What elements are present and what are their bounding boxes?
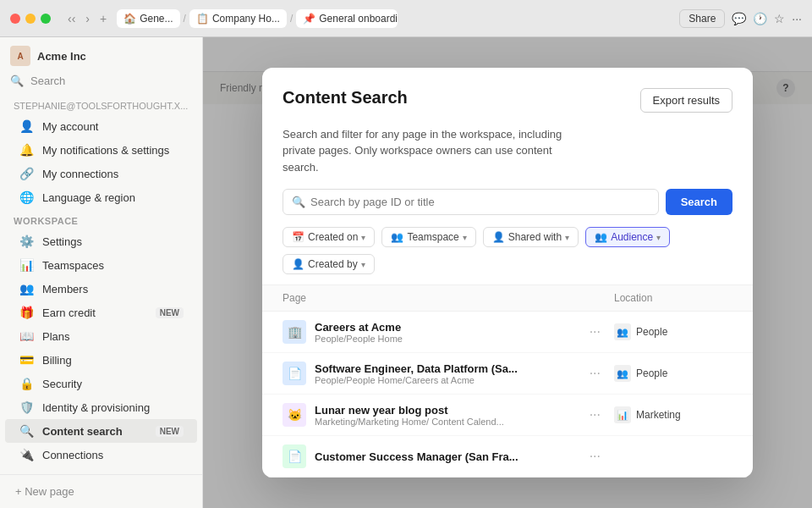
window-chrome: ‹‹ › + 🏠 Gene... / 📋 Company Ho... / 📌 G… bbox=[0, 0, 812, 37]
sidebar-item-settings[interactable]: ⚙️ Settings bbox=[5, 229, 197, 253]
sidebar-top: A Acme Inc bbox=[0, 37, 202, 71]
filter-teamspace-label: Teamspace bbox=[407, 231, 458, 243]
table-row[interactable]: 📄 Customer Success Manager (San Fra... ·… bbox=[262, 436, 753, 478]
tab-2[interactable]: 📋 Company Ho... bbox=[189, 9, 287, 28]
result-location-0: 👥 People bbox=[614, 323, 732, 340]
earn-credit-icon: 🎁 bbox=[19, 306, 34, 319]
star-button[interactable]: ☆ bbox=[774, 9, 785, 28]
tab-3[interactable]: 📌 General onboardi... bbox=[296, 9, 398, 28]
members-label: Members bbox=[42, 283, 184, 295]
sidebar-search-row[interactable]: 🔍 Search bbox=[0, 71, 202, 91]
back-button[interactable]: ‹‹ bbox=[64, 10, 79, 27]
tab-3-icon: 📌 bbox=[303, 13, 315, 25]
user-email: STEPHANIE@TOOLSFORTHOUGHT.X... bbox=[0, 94, 202, 114]
my-account-label: My account bbox=[42, 120, 184, 133]
filter-created-on-icon: 📅 bbox=[292, 231, 304, 243]
identity-icon: 🛡️ bbox=[19, 400, 34, 414]
filter-shared-with[interactable]: 👤 Shared with ▾ bbox=[483, 227, 579, 247]
col-page-header: Page bbox=[283, 292, 614, 304]
results-table: Page Location 🏢 Careers at Acme People/P… bbox=[262, 284, 753, 478]
forward-button[interactable]: › bbox=[82, 10, 93, 27]
sidebar-item-plans[interactable]: 📖 Plans bbox=[5, 324, 197, 348]
sidebar-bottom: + New page bbox=[0, 474, 202, 508]
filter-created-on[interactable]: 📅 Created on ▾ bbox=[283, 227, 375, 247]
sidebar-item-teamspaces[interactable]: 📊 Teamspaces bbox=[5, 253, 197, 277]
result-location-1: 👥 People bbox=[614, 365, 732, 382]
add-tab-button[interactable]: + bbox=[96, 10, 110, 27]
more-options-1[interactable]: ··· bbox=[584, 364, 606, 383]
sidebar-item-my-account[interactable]: 👤 My account bbox=[5, 114, 197, 138]
sidebar-item-connections[interactable]: 🔗 My connections bbox=[5, 162, 197, 185]
sidebar-item-security[interactable]: 🔒 Security bbox=[5, 372, 197, 395]
result-icon-3: 📄 bbox=[283, 444, 306, 468]
connections-label: My connections bbox=[42, 168, 184, 180]
tab-1[interactable]: 🏠 Gene... bbox=[117, 9, 179, 28]
search-go-button[interactable]: Search bbox=[666, 189, 732, 215]
loc-icon-0: 👥 bbox=[614, 323, 631, 340]
more-options-2[interactable]: ··· bbox=[584, 406, 606, 424]
workspace-icon: A bbox=[10, 46, 30, 66]
filter-teamspace[interactable]: 👥 Teamspace ▾ bbox=[381, 227, 475, 247]
result-info-0: Careers at Acme People/People Home bbox=[315, 321, 576, 344]
share-button[interactable]: Share bbox=[679, 9, 725, 28]
col-location-header: Location bbox=[614, 292, 732, 304]
table-row[interactable]: 🐱 Lunar new year blog post Marketing/Mar… bbox=[262, 395, 753, 436]
my-account-icon: 👤 bbox=[19, 119, 34, 133]
result-info-3: Customer Success Manager (San Fra... bbox=[315, 450, 576, 463]
security-label: Security bbox=[42, 378, 184, 390]
chevron-down-created-by-icon: ▾ bbox=[361, 260, 365, 269]
result-path-0: People/People Home bbox=[315, 334, 576, 344]
settings-icon: ⚙️ bbox=[19, 235, 34, 248]
sidebar-item-billing[interactable]: 💳 Billing bbox=[5, 348, 197, 372]
comment-button[interactable]: 💬 bbox=[732, 9, 746, 28]
sidebar-item-members[interactable]: 👥 Members bbox=[5, 277, 197, 301]
result-path-1: People/People Home/Careers at Acme bbox=[315, 375, 576, 385]
tab-2-label: Company Ho... bbox=[212, 13, 280, 25]
filter-created-by[interactable]: 👤 Created by ▾ bbox=[283, 254, 375, 274]
sidebar-item-connections-ws[interactable]: 🔌 Connections bbox=[5, 443, 197, 467]
more-options-0[interactable]: ··· bbox=[584, 323, 606, 341]
nav-buttons: ‹‹ › + bbox=[64, 10, 110, 27]
content-search-icon: 🔍 bbox=[19, 424, 34, 438]
tab-1-label: Gene... bbox=[140, 13, 173, 25]
export-results-button[interactable]: Export results bbox=[640, 88, 732, 113]
window-actions: Share 💬 🕐 ☆ ··· bbox=[679, 9, 802, 28]
sidebar-item-language[interactable]: 🌐 Language & region bbox=[5, 185, 197, 209]
close-button[interactable] bbox=[10, 14, 20, 24]
filter-created-on-label: Created on bbox=[308, 231, 358, 243]
tab-2-icon: 📋 bbox=[196, 13, 209, 25]
sidebar-item-identity[interactable]: 🛡️ Identity & provisioning bbox=[5, 395, 197, 419]
result-title-2: Lunar new year blog post bbox=[315, 404, 576, 417]
filter-shared-with-icon: 👤 bbox=[492, 231, 505, 243]
content-search-badge: NEW bbox=[156, 426, 184, 437]
location-text-2: Marketing bbox=[636, 409, 681, 421]
table-row[interactable]: 📄 Software Engineer, Data Platform (Sa..… bbox=[262, 353, 753, 395]
filter-row: 📅 Created on ▾ 👥 Teamspace ▾ 👤 Shared wi… bbox=[262, 227, 753, 284]
search-icon-inner: 🔍 bbox=[292, 196, 305, 208]
modal-description: Search and filter for any page in the wo… bbox=[262, 126, 584, 190]
search-input-wrap[interactable]: 🔍 bbox=[283, 189, 659, 215]
sidebar-nav: STEPHANIE@TOOLSFORTHOUGHT.X... 👤 My acco… bbox=[0, 91, 202, 474]
members-icon: 👥 bbox=[19, 282, 34, 295]
filter-audience[interactable]: 👥 Audience ▾ bbox=[585, 227, 670, 247]
filter-created-by-icon: 👤 bbox=[292, 258, 304, 270]
workspace-name: Acme Inc bbox=[37, 50, 86, 63]
sidebar-item-notifications[interactable]: 🔔 My notifications & settings bbox=[5, 138, 197, 162]
settings-label: Settings bbox=[42, 235, 184, 248]
clock-button[interactable]: 🕐 bbox=[753, 9, 767, 28]
more-options-3[interactable]: ··· bbox=[584, 447, 606, 466]
minimize-button[interactable] bbox=[25, 14, 36, 24]
teamspaces-label: Teamspaces bbox=[42, 259, 184, 272]
more-button[interactable]: ··· bbox=[792, 9, 802, 28]
tab-1-icon: 🏠 bbox=[123, 13, 136, 25]
table-row[interactable]: 🏢 Careers at Acme People/People Home ···… bbox=[262, 312, 753, 353]
maximize-button[interactable] bbox=[41, 14, 51, 24]
sidebar-item-content-search[interactable]: 🔍 Content search NEW bbox=[5, 419, 197, 443]
sidebar: A Acme Inc 🔍 Search STEPHANIE@TOOLSFORTH… bbox=[0, 37, 203, 508]
search-input[interactable] bbox=[310, 196, 650, 208]
sidebar-item-earn-credit[interactable]: 🎁 Earn credit NEW bbox=[5, 301, 197, 324]
new-page-button[interactable]: + New page bbox=[10, 482, 192, 501]
chevron-down-audience-icon: ▾ bbox=[656, 233, 661, 242]
traffic-lights bbox=[10, 14, 51, 24]
connections-ws-icon: 🔌 bbox=[19, 448, 34, 461]
